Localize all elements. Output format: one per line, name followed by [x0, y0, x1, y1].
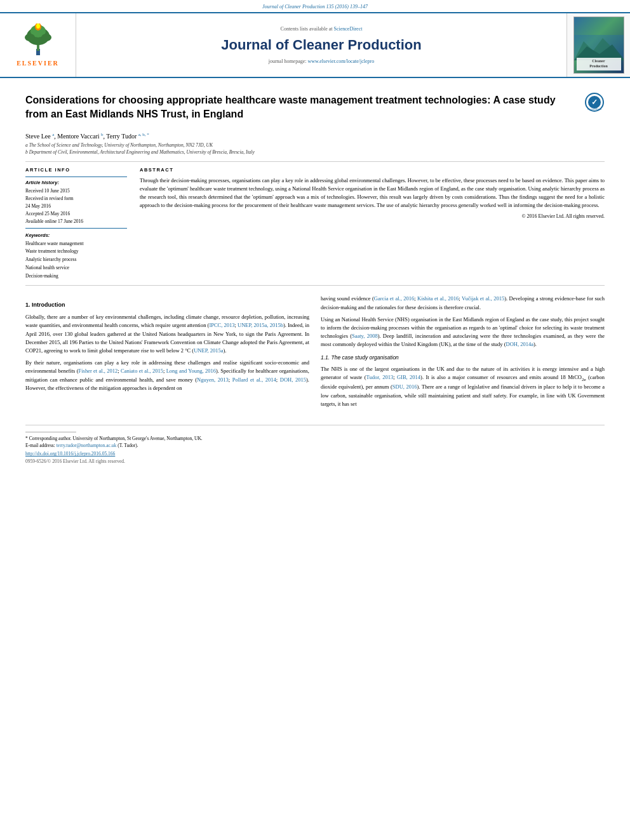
journal-cover-image: CleanerProduction: [573, 17, 624, 74]
keyword-2: Waste treatment technology: [25, 248, 127, 256]
elsevier-logo-area: ELSEVIER: [0, 13, 76, 77]
keyword-4: National health service: [25, 264, 127, 272]
svg-text:CrossMark: CrossMark: [587, 107, 602, 110]
affiliations: a The School of Science and Technology, …: [25, 142, 605, 156]
subsection-heading-11: 1.1. The case study organisation: [321, 354, 605, 362]
journal-reference: Journal of Cleaner Production 135 (2016)…: [0, 0, 630, 12]
keyword-3: Analytic hierarchy process: [25, 256, 127, 264]
ref-long[interactable]: Long and Young, 2016: [166, 368, 216, 374]
abstract-title: ABSTRACT: [140, 167, 605, 173]
article-info-divider: [25, 177, 127, 177]
article-info-panel: ARTICLE INFO Article history: Received 1…: [25, 167, 127, 281]
journal-header: ELSEVIER Contents lists available at Sci…: [0, 12, 630, 78]
info-abstract-section: ARTICLE INFO Article history: Received 1…: [25, 167, 605, 281]
issn-line: 0959-6526/© 2016 Elsevier Ltd. All right…: [25, 458, 605, 464]
doi-link[interactable]: http://dx.doi.org/10.1016/j.jclepro.2016…: [25, 451, 605, 457]
ref-ipcc[interactable]: IPCC, 2013: [209, 322, 234, 328]
authors-line: Steve Lee a, Mentore Vaccari b, Terry Tu…: [25, 132, 605, 140]
article-info-title: ARTICLE INFO: [25, 167, 127, 173]
received-date: Received 10 June 2015: [25, 187, 127, 195]
svg-point-5: [41, 34, 51, 41]
ref-caniato[interactable]: Caniato et al., 2015: [121, 368, 163, 374]
ref-vucijak[interactable]: Vučijak et al., 2015: [462, 295, 504, 302]
right-para2: Using an National Health Service (NHS) o…: [321, 316, 605, 349]
elsevier-brand-text: ELSEVIER: [17, 60, 59, 67]
ref-doh[interactable]: DOH, 2015: [280, 377, 306, 383]
keywords-divider: [25, 228, 127, 229]
homepage-url-link[interactable]: www.elsevier.com/locate/jclepro: [307, 58, 374, 64]
homepage-line: journal homepage: www.elsevier.com/locat…: [269, 58, 375, 64]
keyword-1: Healthcare waste management: [25, 240, 127, 248]
ref-pollard[interactable]: Pollard et al., 2014: [232, 377, 276, 383]
journal-cover-area: CleanerProduction: [566, 13, 630, 77]
title-divider: [25, 161, 605, 162]
ref-gib2014[interactable]: GIB, 2014: [397, 374, 420, 380]
footer: * Corresponding author. University of No…: [25, 425, 605, 467]
ref-tudor2013[interactable]: Tudor, 2013: [366, 374, 394, 380]
journal-title-area: Contents lists available at ScienceDirec…: [76, 13, 566, 77]
intro-para2: By their nature, organisations can play …: [25, 359, 309, 392]
cover-cleaner-text: CleanerProduction: [579, 59, 619, 69]
right-para1: having sound evidence (Garcia et al., 20…: [321, 295, 605, 311]
footnote-divider: [25, 432, 76, 432]
svg-text:✓: ✓: [591, 98, 598, 107]
abstract-text: Through their decision-making processes,…: [140, 177, 605, 210]
ref-fisher[interactable]: Fisher et al., 2012: [79, 368, 118, 374]
main-content: Considerations for choosing appropriate …: [0, 78, 630, 418]
cover-mountains-icon: [574, 35, 624, 60]
copyright-line: © 2016 Elsevier Ltd. All rights reserved…: [140, 213, 605, 219]
accepted-date: Accepted 25 May 2016: [25, 210, 127, 218]
intro-para1: Globally, there are a number of key envi…: [25, 313, 309, 355]
elsevier-logo: ELSEVIER: [16, 23, 60, 67]
affiliation-a: a The School of Science and Technology, …: [25, 142, 605, 149]
body-columns: 1. Introduction Globally, there are a nu…: [25, 295, 605, 412]
abstract-body-divider: [25, 285, 605, 286]
ref-nguyen[interactable]: Nguyen, 2013: [197, 377, 229, 383]
ref-garcia[interactable]: Garcia et al., 2016: [374, 295, 414, 302]
ref-unep2015b[interactable]: UNEP, 2015a: [194, 347, 223, 354]
body-left-column: 1. Introduction Globally, there are a nu…: [25, 295, 309, 412]
ref-unep2015a[interactable]: UNEP, 2015a, 2015b: [238, 322, 283, 328]
paper-title: Considerations for choosing appropriate …: [25, 93, 578, 122]
body-right-column: having sound evidence (Garcia et al., 20…: [321, 295, 605, 412]
keywords-label: Keywords:: [25, 232, 127, 238]
crossmark-icon: ✓ CrossMark: [584, 92, 605, 112]
paper-title-row: Considerations for choosing appropriate …: [25, 84, 605, 128]
journal-main-title: Journal of Cleaner Production: [221, 37, 421, 53]
intro-heading: 1. Introduction: [25, 301, 309, 310]
svg-point-4: [25, 34, 35, 41]
sciencedirect-line: Contents lists available at ScienceDirec…: [281, 26, 363, 32]
svg-point-7: [36, 23, 40, 29]
svg-rect-10: [574, 35, 624, 60]
ref-sdu2016[interactable]: SDU, 2016: [392, 383, 417, 390]
email-note: (T. Tudor).: [117, 443, 138, 448]
corresponding-author-note: * Corresponding author. University of No…: [25, 435, 605, 450]
right-para3: The NHS is one of the largest organisati…: [321, 365, 605, 408]
sciencedirect-link[interactable]: ScienceDirect: [334, 26, 363, 32]
cover-text: CleanerProduction: [577, 58, 621, 70]
history-label: Article history:: [25, 180, 127, 185]
elsevier-tree-icon: [16, 23, 60, 58]
received-revised: Received in revised form24 May 2016: [25, 195, 127, 210]
affiliation-b: b Department of Civil, Environmental, Ar…: [25, 149, 605, 156]
ref-saaty[interactable]: Saaty, 2008: [352, 333, 378, 339]
available-date: Available online 17 June 2016: [25, 218, 127, 225]
abstract-panel: ABSTRACT Through their decision-making p…: [140, 167, 605, 281]
author-email-link[interactable]: terry.tudor@northampton.ac.uk: [57, 443, 117, 448]
keyword-5: Decision-making: [25, 272, 127, 281]
email-label: E-mail address:: [25, 443, 55, 448]
ref-kishita[interactable]: Kishita et al., 2016: [417, 295, 459, 302]
ref-doh2014a[interactable]: DOH, 2014a: [506, 341, 533, 347]
